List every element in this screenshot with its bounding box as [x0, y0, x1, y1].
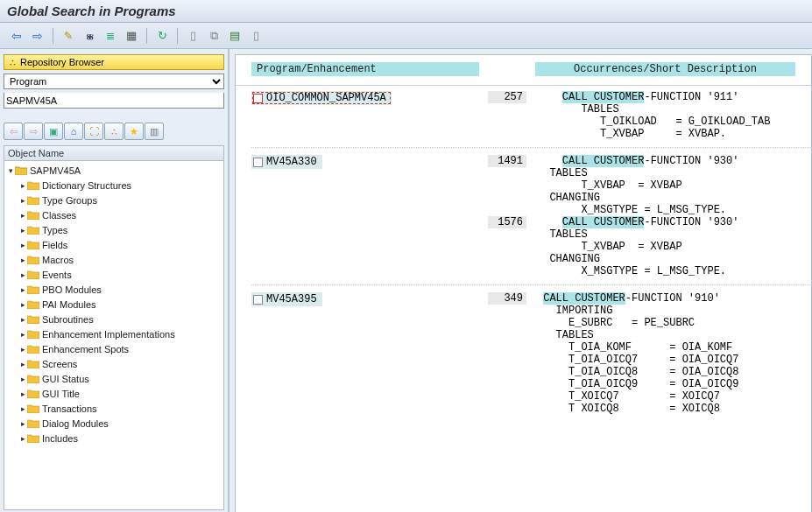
expand-icon[interactable]: ▸ [18, 211, 27, 220]
repo-browser-label: Repository Browser [20, 57, 104, 67]
doc1-button[interactable]: ▯ [183, 26, 202, 46]
code-text: T_OIA_KOMF = OIA_KOMF [537, 341, 732, 354]
tree-item[interactable]: ▸Subroutines [4, 312, 223, 326]
tree-item[interactable]: ▸Dialog Modules [4, 416, 223, 431]
expand-icon[interactable]: ▸ [18, 285, 27, 294]
doc-icon: ▯ [190, 29, 196, 42]
folder-icon [27, 403, 39, 413]
object-name-input[interactable] [4, 93, 224, 109]
code-line[interactable]: 1491 CALL CUSTOMER-FUNCTION '930' [488, 155, 811, 167]
expand-icon[interactable]: ▸ [18, 404, 27, 413]
mini-btn-6[interactable]: ★ [124, 123, 144, 140]
display-button[interactable]: ᴕᴕ [80, 26, 99, 46]
folder-icon [27, 270, 39, 279]
list2-button[interactable]: ▯ [246, 26, 265, 46]
code-line[interactable]: 257 CALL CUSTOMER-FUNCTION '911' [488, 91, 811, 103]
mini-btn-2[interactable]: ▣ [44, 123, 63, 140]
program-label[interactable]: MV45A395 [251, 292, 322, 306]
mini-btn-0[interactable]: ⇦ [4, 123, 23, 140]
tree-item[interactable]: ▸Types [4, 222, 223, 237]
exec-button[interactable]: ≣ [101, 26, 120, 46]
edit-button[interactable]: ✎ [59, 26, 78, 46]
code-line[interactable]: 0 E_SUBRC = PE_SUBRC [488, 317, 811, 329]
mini-btn-4[interactable]: ⛶ [84, 123, 103, 140]
code-line[interactable]: 0 TABLES [488, 329, 811, 341]
tree-item[interactable]: ▸Enhancement Spots [4, 341, 223, 356]
code-line[interactable]: 0 T_OIKLOAD = G_OIKLOAD_TAB [488, 116, 811, 128]
line-number: 257 [488, 91, 526, 103]
checkbox-icon[interactable] [253, 295, 263, 305]
code-line[interactable]: 0 TABLES [488, 228, 811, 241]
list1-button[interactable]: ▤ [225, 26, 244, 46]
code-line[interactable]: 0 T_OIA_OICQ9 = OIA_OICQ9 [488, 378, 811, 390]
checkbox-icon[interactable] [253, 94, 263, 103]
code-line[interactable]: 0 T_XVBAP = XVBAP [488, 241, 811, 253]
tree-item[interactable]: ▸Type Groups [4, 193, 223, 207]
code-line[interactable]: 349 CALL CUSTOMER-FUNCTION '910' [488, 292, 811, 305]
tree-item[interactable]: ▸Transactions [4, 401, 223, 416]
code-line[interactable]: 0 T_OIA_OICQ8 = OIA_OICQ8 [488, 366, 811, 378]
code-line[interactable]: 0 CHANGING [488, 253, 811, 265]
tree-item[interactable]: ▸Dictionary Structures [4, 178, 223, 193]
code-line[interactable]: 0 T XOICQ8 = XOICQ8 [488, 403, 811, 415]
table-button[interactable]: ▦ [122, 26, 141, 46]
folder-icon [27, 255, 39, 264]
code-line[interactable]: 0 T_OIA_OICQ7 = OIA_OICQ7 [488, 354, 811, 366]
code-line[interactable]: 0 IMPORTING [488, 305, 811, 317]
expand-icon[interactable]: ▸ [18, 181, 27, 190]
tree-item[interactable]: ▸PBO Modules [4, 282, 223, 297]
forward-button[interactable]: ⇨ [28, 26, 47, 46]
expand-icon[interactable]: ▸ [18, 241, 27, 249]
expand-icon[interactable]: ▸ [18, 315, 27, 324]
tree-root[interactable]: ▾SAPMV45A [4, 163, 223, 178]
mini-btn-1[interactable]: ⇨ [24, 123, 43, 140]
mini-btn-3[interactable]: ⌂ [64, 123, 83, 140]
mini-btn-5[interactable]: ⛬ [104, 123, 124, 140]
expand-icon[interactable]: ▸ [18, 300, 27, 309]
tree-item[interactable]: ▸Screens [4, 356, 223, 371]
code-line[interactable]: 0 T_XVBAP = XVBAP [488, 179, 811, 192]
expand-icon[interactable]: ▸ [18, 360, 27, 368]
tree-item[interactable]: ▸Events [4, 267, 223, 282]
refresh-button[interactable]: ↻ [152, 26, 172, 46]
tree-item-label: Classes [42, 210, 76, 221]
tree-item[interactable]: ▸PAI Modules [4, 297, 223, 312]
expand-icon[interactable]: ▸ [18, 330, 27, 339]
expand-icon[interactable]: ▸ [18, 375, 27, 383]
code-line[interactable]: 0 T_XOICQ7 = XOICQ7 [488, 390, 811, 403]
collapse-icon[interactable]: ▾ [6, 166, 15, 175]
code-line[interactable]: 1576 CALL CUSTOMER-FUNCTION '930' [488, 216, 811, 228]
checkbox-icon[interactable] [253, 158, 263, 167]
back-button[interactable]: ⇦ [7, 26, 26, 46]
program-label[interactable]: OIO_COMMON_SAPMV45A [251, 91, 392, 105]
tree-item[interactable]: ▸Fields [4, 237, 223, 252]
expand-icon[interactable]: ▸ [18, 389, 27, 398]
tree-item[interactable]: ▸Macros [4, 252, 223, 267]
code-line[interactable]: 0 TABLES [488, 167, 811, 179]
expand-icon[interactable]: ▸ [18, 434, 27, 443]
expand-icon[interactable]: ▸ [18, 270, 27, 279]
doc2-button[interactable]: ⧉ [204, 26, 223, 46]
code-line[interactable]: 0 T_XVBAP = XVBAP. [488, 128, 811, 140]
code-line[interactable]: 0 X_MSGTYPE = L_MSG_TYPE. [488, 265, 811, 277]
expand-icon[interactable]: ▸ [18, 419, 27, 428]
program-label[interactable]: MV45A330 [251, 155, 322, 169]
results-body[interactable]: OIO_COMMON_SAPMV45A257 CALL CUSTOMER-FUN… [236, 86, 811, 512]
expand-icon[interactable]: ▸ [18, 345, 27, 354]
object-type-dropdown[interactable]: Program [4, 74, 224, 89]
code-line[interactable]: 0 T_OIA_KOMF = OIA_KOMF [488, 341, 811, 354]
tree-item[interactable]: ▸Classes [4, 207, 223, 222]
program-name: OIO_COMMON_SAPMV45A [266, 92, 386, 104]
tree-item[interactable]: ▸GUI Status [4, 371, 223, 386]
expand-icon[interactable]: ▸ [18, 256, 27, 264]
tree-item[interactable]: ▸Includes [4, 431, 223, 445]
page-title: Global Search in Programs [0, 0, 812, 23]
tree-item[interactable]: ▸GUI Title [4, 386, 223, 401]
code-line[interactable]: 0 TABLES [488, 103, 811, 116]
code-line[interactable]: 0 CHANGING [488, 192, 811, 204]
mini-btn-7[interactable]: ▥ [145, 123, 164, 140]
expand-icon[interactable]: ▸ [18, 226, 27, 235]
code-line[interactable]: 0 X_MSGTYPE = L_MSG_TYPE. [488, 204, 811, 216]
tree-item[interactable]: ▸Enhancement Implementations [4, 326, 223, 341]
expand-icon[interactable]: ▸ [18, 196, 27, 205]
